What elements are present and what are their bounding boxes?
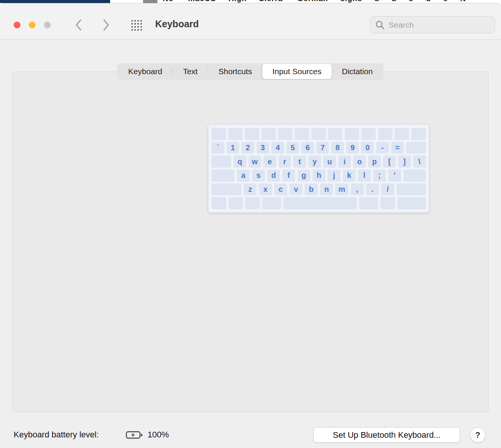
- key-blank: [403, 170, 426, 182]
- tab-input-sources[interactable]: Input Sources: [262, 64, 332, 79]
- key-i: i: [338, 156, 351, 168]
- key-c: c: [274, 184, 287, 196]
- back-button[interactable]: [74, 19, 83, 31]
- close-button[interactable]: [14, 22, 20, 28]
- key-;: ;: [373, 170, 386, 182]
- key-blank: [261, 128, 276, 140]
- zoom-button[interactable]: [44, 22, 51, 28]
- key-n: n: [320, 184, 333, 196]
- battery-charging-icon: [126, 430, 143, 442]
- key-h: h: [313, 170, 325, 182]
- key-t: t: [293, 156, 306, 168]
- keyboard-row: `1234567890-=: [212, 142, 426, 154]
- background-window-navy-block: [0, 0, 110, 3]
- key--: -: [376, 142, 389, 154]
- preferences-window: Keyboard Keyboard Text Shortcuts Input S…: [0, 3, 501, 448]
- key-4: 4: [271, 142, 284, 154]
- key-\: \: [413, 156, 426, 168]
- keyboard-row: asdfghjkl;': [212, 170, 426, 182]
- key-blank: [328, 128, 342, 140]
- key-5: 5: [286, 142, 299, 154]
- battery-percent-value: 100%: [148, 430, 169, 440]
- key-[: [: [383, 156, 396, 168]
- key-`: `: [212, 142, 224, 154]
- tab-bar: Keyboard Text Shortcuts Input Sources Di…: [117, 63, 384, 80]
- key-]: ]: [398, 156, 411, 168]
- key-x: x: [259, 184, 272, 196]
- key-blank: [245, 197, 260, 209]
- forward-button[interactable]: [101, 19, 110, 31]
- key-0: 0: [361, 142, 374, 154]
- screen: No 'macOS High Sierra' German signs u a …: [0, 0, 501, 448]
- key-v: v: [289, 184, 302, 196]
- title-bar: Keyboard: [0, 3, 501, 40]
- key-blank: [212, 128, 226, 140]
- keyboard-preview: `1234567890-=qwertyuiop[]\asdfghjkl;'zxc…: [208, 124, 429, 213]
- key-1: 1: [227, 142, 240, 154]
- key-y: y: [308, 156, 321, 168]
- tab-shortcuts[interactable]: Shortcuts: [208, 64, 262, 79]
- key-d: d: [267, 170, 280, 182]
- setup-bluetooth-keyboard-button[interactable]: Set Up Bluetooth Keyboard...: [313, 427, 460, 443]
- key-blank: [212, 170, 235, 182]
- search-field[interactable]: [370, 16, 495, 33]
- key-f: f: [282, 170, 295, 182]
- key-b: b: [305, 184, 317, 196]
- key-2: 2: [241, 142, 254, 154]
- background-window-clipped-text: No 'macOS High Sierra' German signs u a …: [163, 0, 466, 3]
- key-/: /: [381, 184, 394, 196]
- keyboard-row: qwertyuiop[]\: [212, 156, 426, 168]
- key-a: a: [237, 170, 250, 182]
- key-blank: [380, 197, 395, 209]
- key-7: 7: [316, 142, 329, 154]
- search-input[interactable]: [389, 20, 491, 30]
- grid-icon: [131, 19, 143, 31]
- window-title: Keyboard: [155, 19, 199, 30]
- key-,: ,: [351, 184, 364, 196]
- key-l: l: [358, 170, 371, 182]
- key-blank: [278, 128, 293, 140]
- key-blank: [397, 184, 426, 196]
- key-8: 8: [331, 142, 344, 154]
- key-m: m: [335, 184, 348, 196]
- key-9: 9: [346, 142, 359, 154]
- key-s: s: [252, 170, 265, 182]
- key-e: e: [263, 156, 276, 168]
- key-blank: [311, 128, 326, 140]
- background-window-strip: No 'macOS High Sierra' German signs u a …: [0, 0, 501, 3]
- key-blank: [212, 184, 241, 196]
- key-blank: [262, 197, 281, 209]
- chevron-right-icon: [101, 19, 110, 31]
- key-blank: [212, 197, 226, 209]
- key-blank: [378, 128, 392, 140]
- key-.: .: [366, 184, 379, 196]
- help-button[interactable]: ?: [470, 427, 485, 443]
- tab-keyboard[interactable]: Keyboard: [118, 64, 173, 79]
- keyboard-row: [212, 197, 426, 209]
- key-3: 3: [257, 142, 269, 154]
- key-w: w: [249, 156, 261, 168]
- key-=: =: [391, 142, 404, 154]
- tab-dictation[interactable]: Dictation: [332, 64, 383, 79]
- key-blank: [345, 128, 359, 140]
- background-window-gray-box: [143, 0, 157, 3]
- search-icon: [375, 20, 385, 30]
- input-sources-group-box: [12, 72, 489, 412]
- key-blank: [406, 142, 426, 154]
- key-q: q: [233, 156, 246, 168]
- key-o: o: [353, 156, 366, 168]
- key-blank: [411, 128, 426, 140]
- key-blank: [245, 128, 259, 140]
- keyboard-row: [212, 128, 426, 140]
- key-r: r: [279, 156, 291, 168]
- tab-text[interactable]: Text: [173, 64, 208, 79]
- key-blank: [361, 128, 376, 140]
- show-all-button[interactable]: [131, 19, 143, 31]
- keyboard-row: zxcvbnm,./: [212, 184, 426, 196]
- key-': ': [388, 170, 401, 182]
- key-blank: [395, 128, 409, 140]
- minimize-button[interactable]: [29, 22, 36, 28]
- key-p: p: [368, 156, 381, 168]
- key-j: j: [328, 170, 341, 182]
- key-blank: [229, 197, 243, 209]
